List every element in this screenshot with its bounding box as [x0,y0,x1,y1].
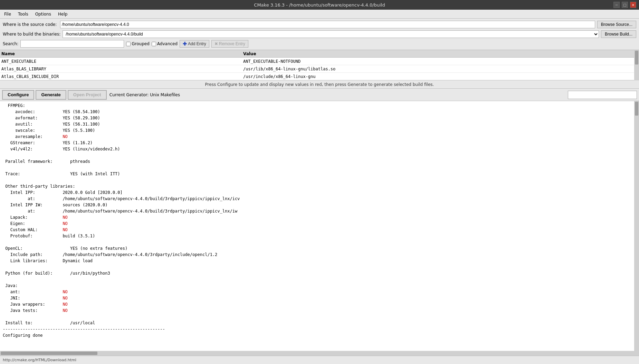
menubar: File Tools Options Help [0,10,639,19]
search-input[interactable] [20,40,124,48]
grouped-checkbox[interactable] [126,42,131,46]
search-label: Search: [3,41,18,46]
table-vscrollbar-thumb[interactable] [635,51,638,65]
table-row[interactable]: Atlas_CBLAS_INCLUDE_DIR /usr/include/x86… [0,73,634,80]
grouped-checkbox-label[interactable]: Grouped [126,41,150,46]
advanced-checkbox[interactable] [152,42,156,46]
form-area: Where is the source code: Browse Source.… [0,19,639,50]
table-row[interactable]: Atlas_BLAS_LIBRARY /usr/lib/x86_64-linux… [0,65,634,73]
table-container: Name Value ANT_EXECUTABLE ANT_EXECUTABLE… [0,50,639,80]
filter-input[interactable] [568,91,637,99]
advanced-checkbox-label[interactable]: Advanced [152,41,178,46]
plus-icon: ✚ [183,41,187,47]
table-header: Name Value [0,50,634,58]
generate-button[interactable]: Generate [36,90,66,100]
col-name-header: Name [1,51,243,56]
output-vscrollbar[interactable] [634,101,639,351]
table-row[interactable]: ANT_EXECUTABLE ANT_EXECUTABLE-NOTFOUND [0,58,634,65]
cell-ant-name: ANT_EXECUTABLE [1,59,243,64]
minimize-button[interactable]: ─ [613,2,620,8]
cell-atlas-blas-value: /usr/lib/x86_64-linux-gnu/libatlas.so [243,67,633,71]
open-project-button[interactable]: Open Project [68,90,107,100]
hscrollbar-thumb[interactable] [1,352,97,355]
output-vscrollbar-thumb[interactable] [635,102,638,116]
add-entry-button[interactable]: ✚ Add Entry [180,40,209,48]
menu-tools[interactable]: Tools [15,11,31,17]
close-button[interactable]: ✕ [630,2,636,8]
action-row: Configure Generate Open Project Current … [0,89,639,101]
generator-label: Current Generator: Unix Makefiles [109,92,180,97]
browse-source-button[interactable]: Browse Source... [597,21,636,28]
statusbar: http://cmake.org/HTML/Download.html [0,356,639,364]
build-label: Where to build the binaries: [3,32,60,37]
remove-icon: ✖ [214,41,218,46]
output-container: FFMPEG: avcodec: YES (58.54.100) avforma… [0,101,639,351]
table-vscrollbar[interactable] [634,50,639,80]
info-text: Press Configure to update and display ne… [205,82,434,87]
browse-build-button[interactable]: Browse Build... [601,30,636,38]
titlebar: CMake 3.16.3 - /home/ubuntu/software/ope… [0,0,639,10]
statusbar-text: http://cmake.org/HTML/Download.html [3,358,76,362]
build-select[interactable]: /home/ubuntu/software/opencv-4.4.0/build [63,30,599,38]
cell-ant-value: ANT_EXECUTABLE-NOTFOUND [243,59,633,64]
hscrollbar[interactable] [0,351,639,356]
cell-atlas-cblas-value: /usr/include/x86_64-linux-gnu [243,74,633,79]
col-value-header: Value [243,51,633,56]
output-area[interactable]: FFMPEG: avcodec: YES (58.54.100) avforma… [0,101,634,351]
titlebar-controls: ─ □ ✕ [613,2,636,8]
menu-help[interactable]: Help [55,11,70,17]
table-rows: ANT_EXECUTABLE ANT_EXECUTABLE-NOTFOUND A… [0,58,634,80]
cell-atlas-blas-name: Atlas_BLAS_LIBRARY [1,67,243,71]
maximize-button[interactable]: □ [622,2,628,8]
source-label: Where is the source code: [3,22,58,27]
remove-entry-button[interactable]: ✖ Remove Entry [211,40,248,48]
cell-atlas-cblas-name: Atlas_CBLAS_INCLUDE_DIR [1,74,243,79]
menu-options[interactable]: Options [32,11,54,17]
info-bar: Press Configure to update and display ne… [0,80,639,89]
titlebar-title: CMake 3.16.3 - /home/ubuntu/software/ope… [254,2,385,8]
output-content: FFMPEG: avcodec: YES (58.54.100) avforma… [0,101,634,351]
menu-file[interactable]: File [1,11,14,17]
source-input[interactable] [60,21,595,28]
configure-button[interactable]: Configure [2,90,34,100]
